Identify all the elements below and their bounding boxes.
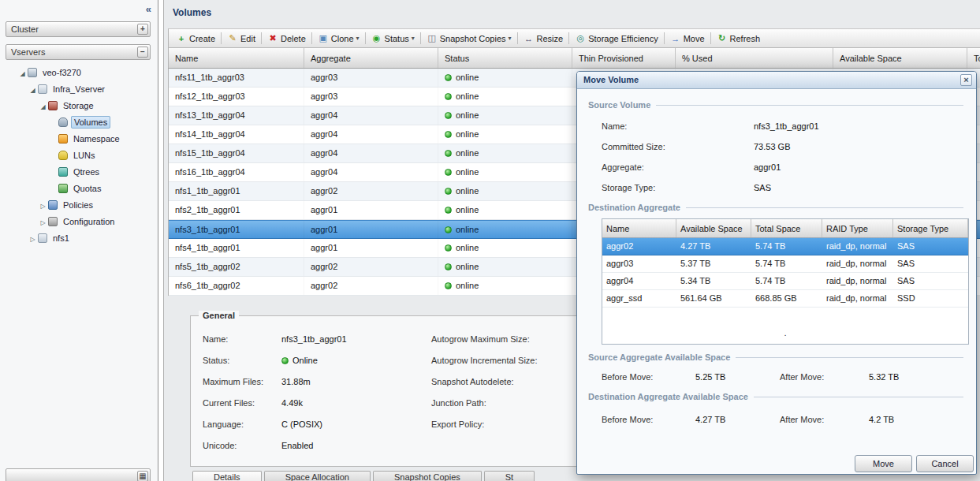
vservers-panel-header[interactable]: Vservers − bbox=[6, 44, 151, 60]
panel-grid-icon[interactable]: ▦ bbox=[137, 471, 148, 481]
toolbar-button-resize[interactable]: ↔Resize bbox=[520, 32, 568, 45]
toolbar-button-snapshot-copies[interactable]: ◫Snapshot Copies▾ bbox=[423, 32, 516, 45]
tree-item-luns[interactable]: LUNs bbox=[6, 147, 151, 164]
dialog-titlebar[interactable]: Move Volume × bbox=[577, 72, 976, 89]
column-header-name[interactable]: Name bbox=[169, 48, 304, 69]
column-header-name[interactable]: Name bbox=[602, 219, 676, 237]
destination-aggregate-section-heading: Destination Aggregate bbox=[588, 203, 963, 212]
tree-item-infra-vserver[interactable]: ◢Infra_Vserver bbox=[6, 81, 151, 98]
collapsed-arrow-icon[interactable]: ▷ bbox=[39, 198, 47, 214]
toolbar-button-delete[interactable]: ✖Delete bbox=[263, 32, 310, 45]
toolbar-button-label: Snapshot Copies bbox=[440, 34, 506, 43]
column-header-aggregate[interactable]: Aggregate bbox=[304, 48, 438, 69]
qtrees-icon bbox=[58, 167, 68, 177]
collapsed-panel-header[interactable]: ▦ bbox=[6, 468, 151, 481]
tab-st[interactable]: St bbox=[484, 471, 535, 481]
tab-snapshot-copies[interactable]: Snapshot Copies bbox=[373, 471, 482, 481]
column-header-status[interactable]: Status bbox=[438, 48, 572, 69]
cell-aggregate: aggr01 bbox=[304, 221, 438, 238]
cell-aggregate: aggr02 bbox=[304, 277, 438, 295]
tree-item-nfs1[interactable]: ▷nfs1 bbox=[6, 230, 151, 247]
status-text: online bbox=[456, 281, 479, 290]
toolbar-button-edit[interactable]: ✎Edit bbox=[223, 32, 259, 45]
section-label: Destination Aggregate Available Space bbox=[588, 392, 748, 401]
field-label: Export Policy: bbox=[431, 414, 550, 435]
expanded-arrow-icon[interactable]: ◢ bbox=[18, 65, 27, 82]
cell-status: online bbox=[438, 69, 572, 87]
status-text: online bbox=[456, 186, 479, 196]
toolbar-button-label: Delete bbox=[281, 34, 306, 43]
expanded-arrow-icon[interactable]: ◢ bbox=[28, 82, 37, 99]
toolbar-button-refresh[interactable]: ↻Refresh bbox=[713, 32, 765, 45]
cancel-button[interactable]: Cancel bbox=[916, 455, 974, 472]
column-header-available-space[interactable]: Available Space bbox=[833, 48, 967, 69]
toolbar-button-create[interactable]: +Create bbox=[172, 32, 219, 45]
cell-name: aggr03 bbox=[602, 255, 676, 272]
cell-status: online bbox=[438, 239, 572, 257]
cell-storage-type: SAS bbox=[893, 238, 968, 255]
cell-status: online bbox=[438, 88, 572, 106]
tree-item-volumes[interactable]: Volumes bbox=[6, 114, 151, 131]
cluster-panel-header[interactable]: Cluster + bbox=[6, 21, 151, 37]
column-header-total-space[interactable]: Total Space bbox=[751, 219, 822, 237]
close-icon[interactable]: × bbox=[960, 74, 972, 86]
aggregate-table-header: NameAvailable SpaceTotal SpaceRAID TypeS… bbox=[602, 219, 968, 238]
tree-item-qtrees[interactable]: Qtrees bbox=[6, 164, 151, 181]
column-header-available-space[interactable]: Available Space bbox=[676, 219, 751, 237]
tree-item-namespace[interactable]: Namespace bbox=[6, 131, 151, 147]
online-status-icon bbox=[445, 150, 452, 157]
aggregate-row[interactable]: aggr045.34 TB5.74 TBraid_dp, normalSAS bbox=[602, 273, 968, 290]
column-header-tot[interactable]: Tot bbox=[967, 48, 980, 69]
cell-name: nfs1_1tb_aggr01 bbox=[169, 182, 304, 200]
tree-item-veo-f3270[interactable]: ◢veo-f3270 bbox=[6, 65, 151, 81]
collapsed-arrow-icon[interactable]: ▷ bbox=[39, 214, 47, 231]
tab-space-allocation[interactable]: Space Allocation bbox=[264, 471, 371, 481]
toolbar-button-move[interactable]: →Move bbox=[666, 32, 709, 45]
before-move-value: 5.25 TB bbox=[695, 372, 725, 382]
column-header-used[interactable]: % Used bbox=[676, 48, 833, 69]
online-status-icon bbox=[445, 131, 452, 138]
toolbar-button-storage-efficiency[interactable]: ◎Storage Efficiency bbox=[571, 32, 661, 45]
column-header-storage-type[interactable]: Storage Type bbox=[893, 219, 968, 237]
tree-item-policies[interactable]: ▷Policies bbox=[6, 197, 151, 214]
general-field: Maximum Files:31.88m bbox=[203, 371, 347, 393]
dropdown-caret-icon: ▾ bbox=[509, 35, 512, 42]
dropdown-caret-icon: ▾ bbox=[356, 35, 360, 42]
delete-icon: ✖ bbox=[267, 33, 278, 43]
tree-item-quotas[interactable]: Quotas bbox=[6, 181, 151, 197]
cell-name: nfs16_1tb_aggr04 bbox=[169, 163, 304, 181]
column-header-thin-provisioned[interactable]: Thin Provisioned bbox=[572, 48, 676, 69]
collapse-vservers-button[interactable]: − bbox=[137, 47, 148, 58]
toolbar-separator bbox=[710, 32, 711, 44]
toolbar-button-label: Edit bbox=[240, 34, 255, 43]
tab-details[interactable]: Details bbox=[192, 471, 262, 481]
collapsed-arrow-icon[interactable]: ▷ bbox=[28, 231, 37, 248]
tree-item-label: Storage bbox=[61, 100, 96, 111]
aggregate-row[interactable]: aggr024.27 TB5.74 TBraid_dp, normalSAS bbox=[602, 238, 968, 255]
field-label: Name: bbox=[602, 121, 627, 131]
source-volume-field: Aggregate:aggr01 bbox=[577, 158, 976, 178]
cell-name: nfs15_1tb_aggr04 bbox=[169, 144, 304, 162]
section-rule-line bbox=[686, 207, 963, 208]
dropdown-caret-icon: ▾ bbox=[412, 35, 415, 42]
column-header-raid-type[interactable]: RAID Type bbox=[822, 219, 893, 237]
online-status-icon bbox=[445, 188, 452, 195]
before-move-label: Before Move: bbox=[602, 415, 653, 424]
cell-name: aggr04 bbox=[602, 273, 676, 289]
field-label: Snapshot Autodelete: bbox=[431, 371, 550, 393]
aggregate-row[interactable]: aggr_ssd561.64 GB668.85 GBraid_dp, norma… bbox=[602, 290, 968, 308]
toolbar-button-label: Create bbox=[189, 34, 215, 43]
cell-status: online bbox=[438, 125, 572, 144]
cell-status: online bbox=[438, 163, 572, 181]
cell-aggregate: aggr02 bbox=[304, 182, 438, 200]
expanded-arrow-icon[interactable]: ◢ bbox=[39, 99, 47, 115]
toolbar-button-status[interactable]: ◉Status▾ bbox=[367, 32, 419, 45]
expand-cluster-button[interactable]: + bbox=[137, 24, 148, 35]
aggregate-row[interactable]: aggr035.37 TB5.74 TBraid_dp, normalSAS bbox=[602, 255, 968, 273]
move-button[interactable]: Move bbox=[855, 455, 912, 472]
collapse-sidebar-icon[interactable]: « bbox=[146, 3, 151, 15]
vserver-icon bbox=[38, 84, 47, 94]
tree-item-storage[interactable]: ◢Storage bbox=[6, 98, 151, 114]
tree-item-configuration[interactable]: ▷Configuration bbox=[6, 214, 151, 230]
toolbar-button-clone[interactable]: ▣Clone▾ bbox=[314, 32, 363, 45]
